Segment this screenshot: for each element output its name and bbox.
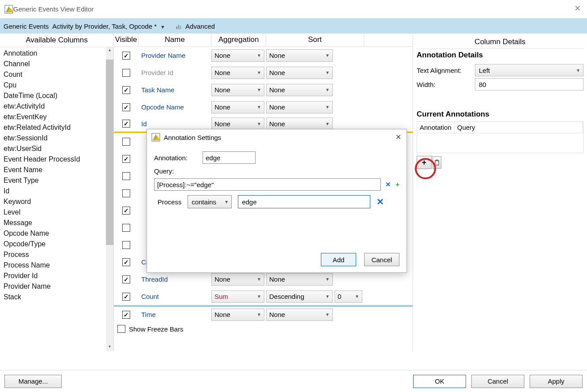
available-column-item[interactable]: Event Header ProcessId (4, 154, 105, 165)
preset-dropdown[interactable]: Activity by Provider, Task, Opcode * ▼ (53, 23, 166, 30)
column-name[interactable]: Id (139, 120, 211, 128)
available-column-item[interactable]: etw:EventKey (4, 112, 105, 122)
manage-button[interactable]: Manage... (4, 375, 62, 388)
advanced-link[interactable]: Advanced (176, 23, 215, 30)
column-name[interactable]: Provider Id (139, 69, 211, 76)
visible-checkbox[interactable] (122, 86, 130, 94)
delete-annotation-button[interactable] (433, 156, 441, 169)
visible-checkbox[interactable] (122, 241, 130, 249)
visible-checkbox[interactable] (122, 258, 130, 266)
scroll-up-icon[interactable]: ▴ (106, 47, 113, 55)
query-input[interactable] (154, 178, 381, 191)
sort-select[interactable]: None▼ (266, 273, 333, 286)
width-input[interactable] (475, 78, 583, 90)
visible-checkbox[interactable] (122, 155, 130, 163)
available-column-item[interactable]: etw:SessionId (4, 133, 105, 143)
visible-checkbox[interactable] (122, 224, 130, 232)
close-icon[interactable]: ✕ (574, 4, 581, 13)
aggregation-select[interactable]: None▼ (211, 117, 264, 130)
available-column-item[interactable]: Provider Name (4, 281, 105, 292)
apply-button[interactable]: Apply (530, 375, 583, 388)
aggregation-select[interactable]: Sum▼ (211, 290, 264, 303)
header-visible[interactable]: Visible (114, 34, 139, 46)
column-name[interactable]: Provider Name (139, 52, 211, 59)
sort-priority-select[interactable]: 0▼ (335, 290, 362, 303)
column-name[interactable]: Time (139, 311, 211, 318)
grid-row[interactable]: TimeNone▼None▼ (114, 305, 413, 322)
available-column-item[interactable]: Id (4, 186, 105, 196)
available-column-item[interactable]: Message (4, 218, 105, 228)
sort-select[interactable]: Descending▼ (266, 290, 333, 303)
sort-select[interactable]: None▼ (266, 84, 333, 96)
aggregation-select[interactable]: None▼ (211, 273, 264, 286)
available-columns-list[interactable]: AnnotationChannelCountCpuDateTime (Local… (0, 47, 113, 351)
available-column-item[interactable]: Annotation (4, 48, 105, 59)
header-aggregation[interactable]: Aggregation (211, 34, 266, 46)
available-column-item[interactable]: Opcode Name (4, 228, 105, 239)
grid-row[interactable]: Opcode NameNone▼None▼ (114, 98, 413, 116)
available-column-item[interactable]: Stack (4, 292, 105, 302)
header-name[interactable]: Name (139, 34, 211, 46)
col-annotation[interactable]: Annotation (417, 122, 455, 133)
visible-checkbox[interactable] (122, 103, 130, 111)
available-column-item[interactable]: Process (4, 249, 105, 260)
annotation-input[interactable] (203, 151, 256, 164)
freeze-bars-checkbox[interactable] (117, 325, 125, 333)
column-name[interactable]: ThreadId (139, 275, 211, 283)
available-column-item[interactable]: Opcode/Type (4, 239, 105, 249)
column-name[interactable]: Count (139, 293, 211, 300)
visible-checkbox[interactable] (122, 52, 130, 60)
available-column-item[interactable]: Event Name (4, 165, 105, 175)
visible-checkbox[interactable] (122, 120, 130, 128)
aggregation-select[interactable]: None▼ (211, 67, 264, 79)
aggregation-select[interactable]: None▼ (211, 49, 264, 62)
grid-row[interactable]: CountSum▼Descending▼0▼ (114, 288, 413, 305)
available-column-item[interactable]: Cpu (4, 80, 105, 90)
scroll-thumb[interactable] (106, 60, 113, 245)
header-sort[interactable]: Sort (266, 34, 364, 46)
available-column-item[interactable]: Channel (4, 59, 105, 69)
grid-row[interactable]: Provider IdNone▼None▼ (114, 64, 413, 81)
visible-checkbox[interactable] (122, 275, 130, 283)
available-column-item[interactable]: Process Name (4, 260, 105, 271)
col-query[interactable]: Query (455, 122, 583, 133)
available-column-item[interactable]: etw:Related ActivityId (4, 122, 105, 133)
available-column-item[interactable]: DateTime (Local) (4, 90, 105, 101)
column-name[interactable]: Opcode Name (139, 103, 211, 111)
visible-checkbox[interactable] (122, 189, 130, 197)
cancel-button[interactable]: Cancel (471, 375, 524, 388)
sort-select[interactable]: None▼ (266, 309, 333, 321)
dialog-close-icon[interactable]: ✕ (395, 133, 401, 141)
available-column-item[interactable]: Count (4, 69, 105, 80)
visible-checkbox[interactable] (122, 311, 130, 319)
dialog-add-button[interactable]: Add (321, 253, 356, 266)
available-column-item[interactable]: Keyword (4, 196, 105, 207)
grid-row[interactable]: ThreadIdNone▼None▼ (114, 271, 413, 288)
clear-query-icon[interactable]: ✕ (385, 181, 391, 188)
sort-select[interactable]: None▼ (266, 49, 333, 62)
available-column-item[interactable]: etw:UserSid (4, 143, 105, 154)
remove-condition-icon[interactable]: ✕ (376, 196, 384, 207)
dialog-cancel-button[interactable]: Cancel (364, 253, 399, 266)
column-name[interactable]: Task Name (139, 86, 211, 94)
visible-checkbox[interactable] (122, 207, 130, 215)
aggregation-select[interactable]: None▼ (211, 309, 264, 321)
visible-checkbox[interactable] (122, 138, 130, 146)
grid-row[interactable]: Provider NameNone▼None▼ (114, 47, 413, 64)
add-annotation-button[interactable]: + (417, 156, 432, 169)
aggregation-select[interactable]: None▼ (211, 101, 264, 113)
add-condition-icon[interactable]: + (395, 181, 399, 188)
available-column-item[interactable]: etw:ActivityId (4, 101, 105, 112)
filter-value-input[interactable] (238, 195, 370, 208)
visible-checkbox[interactable] (122, 293, 130, 301)
visible-checkbox[interactable] (122, 69, 130, 77)
sort-select[interactable]: None▼ (266, 101, 333, 113)
toolbar-generic-events[interactable]: Generic Events (3, 22, 50, 31)
filter-operator-select[interactable]: contains ▼ (188, 195, 232, 208)
aggregation-select[interactable]: None▼ (211, 84, 264, 96)
grid-row[interactable]: Task NameNone▼None▼ (114, 81, 413, 98)
scroll-down-icon[interactable]: ▾ (106, 344, 113, 351)
ok-button[interactable]: OK (413, 375, 466, 388)
available-column-item[interactable]: Event Type (4, 175, 105, 186)
sort-select[interactable]: None▼ (266, 117, 333, 130)
